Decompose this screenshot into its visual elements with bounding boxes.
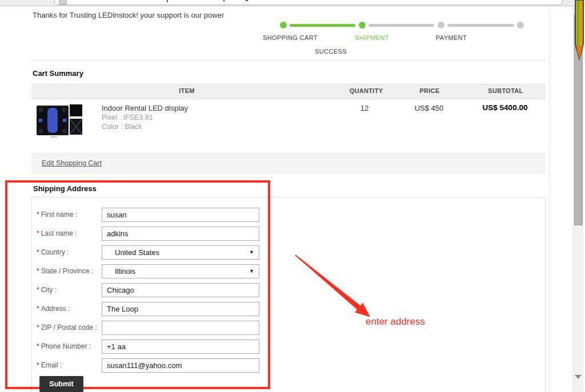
form-row-phone: *Phone Number : xyxy=(31,340,271,354)
product-image xyxy=(37,103,82,142)
required-asterisk: * xyxy=(37,342,39,350)
step-dot-payment xyxy=(438,22,444,29)
clipped-tab-text xyxy=(223,0,225,2)
col-header-quantity: QUANTITY xyxy=(350,87,383,94)
form-row-address: *Address : xyxy=(31,302,271,316)
required-asterisk: * xyxy=(37,267,39,275)
step-dot-shopping-cart xyxy=(280,22,287,29)
clipped-tab-text xyxy=(167,0,168,2)
required-asterisk: * xyxy=(37,305,39,313)
country-select[interactable]: United States ▼ xyxy=(102,245,259,260)
step-bar-2 xyxy=(368,24,434,27)
chevron-down-icon: ▼ xyxy=(249,249,254,255)
product-name: Indoor Rental LED display xyxy=(102,104,188,112)
pencil-overlay-icon[interactable] xyxy=(574,0,585,64)
step-dot-success xyxy=(517,22,524,29)
cart-footer-band xyxy=(31,153,546,174)
country-label: Country : xyxy=(41,248,69,256)
step-dot-shipment xyxy=(359,22,366,29)
state-label: State / Province : xyxy=(41,267,93,275)
form-row-country: *Country : United States ▼ xyxy=(31,245,271,260)
zip-field[interactable] xyxy=(102,321,259,335)
edit-shopping-cart-link[interactable]: Edit Shopping Cart xyxy=(42,159,102,167)
required-asterisk: * xyxy=(37,361,39,369)
required-asterisk: * xyxy=(37,286,39,294)
col-header-subtotal: SUBTOTAL xyxy=(488,87,523,94)
browser-chrome-strip xyxy=(0,0,585,6)
form-row-first-name: *First name : xyxy=(31,208,271,222)
phone-label: Phone Number : xyxy=(41,342,91,350)
first-name-field[interactable] xyxy=(102,208,259,222)
cart-summary-title: Cart Summary xyxy=(33,69,83,78)
state-select[interactable]: Illinois ▼ xyxy=(102,264,259,278)
phone-field[interactable] xyxy=(102,340,259,354)
form-row-state: *State / Province : Illinois ▼ xyxy=(31,264,271,278)
city-field[interactable] xyxy=(102,283,259,297)
form-row-zip: *ZIP / Postal code : xyxy=(31,321,271,335)
tab-favicon-icon xyxy=(59,0,67,5)
header-divider xyxy=(31,60,546,60)
step-bar-1 xyxy=(290,24,355,27)
email-field[interactable] xyxy=(102,358,259,373)
email-label: Email : xyxy=(41,361,62,369)
thanks-message: Thanks for Trusting LEDInstock! your sup… xyxy=(33,11,224,19)
col-header-item: ITEM xyxy=(179,87,194,94)
last-name-field[interactable] xyxy=(102,227,259,241)
required-asterisk: * xyxy=(37,211,39,219)
chevron-down-icon: ▼ xyxy=(249,268,254,274)
last-name-label: Last name : xyxy=(41,229,77,237)
state-selected-value: Illinois xyxy=(115,267,135,276)
checkout-page: Thanks for Trusting LEDInstock! your sup… xyxy=(0,0,585,392)
required-asterisk: * xyxy=(37,324,39,332)
step-label-payment: PAYMENT xyxy=(436,34,467,41)
submit-button[interactable]: Submit xyxy=(39,376,83,392)
page-right-edge xyxy=(549,7,550,392)
first-name-label: First name : xyxy=(41,211,77,219)
step-bar-3 xyxy=(447,24,514,27)
country-selected-value: United States xyxy=(115,248,159,257)
address-field[interactable] xyxy=(102,302,259,316)
required-asterisk: * xyxy=(37,248,39,256)
form-row-city: *City : xyxy=(31,283,271,297)
step-label-success: SUCCESS xyxy=(315,48,347,55)
required-asterisk: * xyxy=(37,229,39,237)
scrollbar-down-arrow-icon[interactable] xyxy=(575,375,582,379)
product-color: Color : Black xyxy=(102,123,142,131)
city-label: City : xyxy=(41,286,57,294)
product-pixel: Pixel : IFSE3.91 xyxy=(102,114,153,122)
zip-label: ZIP / Postal code : xyxy=(41,324,97,332)
product-subtotal: US$ 5400.00 xyxy=(483,103,528,112)
form-row-email: *Email : xyxy=(31,358,271,373)
address-label: Address : xyxy=(41,305,70,313)
form-row-last-name: *Last name : xyxy=(31,227,271,241)
cart-table-header xyxy=(31,84,546,99)
step-label-shopping-cart: SHOPPING CART xyxy=(263,34,318,41)
step-label-shipment: SHIPMENT xyxy=(355,34,389,41)
clipped-tab-text xyxy=(246,0,248,1)
address-bar-fragment[interactable] xyxy=(54,0,563,5)
product-price: US$ 450 xyxy=(415,104,444,112)
shipping-address-title: Shipping Address xyxy=(33,184,97,193)
annotation-text: enter address xyxy=(366,316,425,328)
product-quantity: 12 xyxy=(360,104,368,112)
col-header-price: PRICE xyxy=(419,87,439,94)
